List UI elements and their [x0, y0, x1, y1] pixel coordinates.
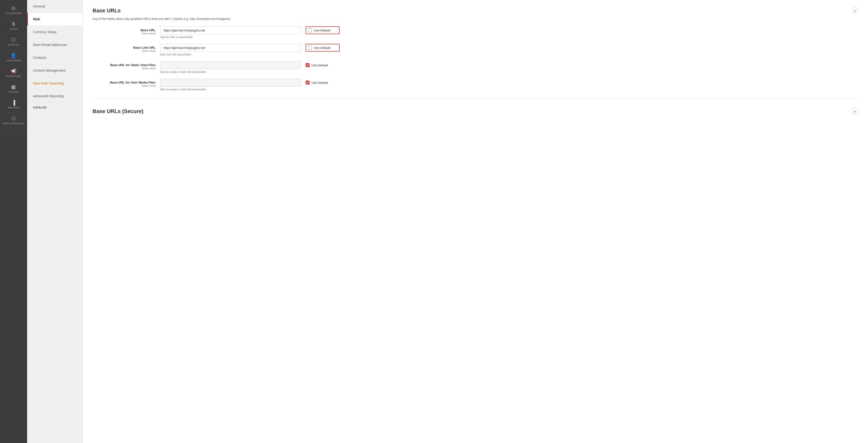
content-icon: ▦ — [11, 85, 16, 89]
base-url-label-group: Base URL [store view] — [93, 26, 155, 35]
media-files-use-default-group: Use Default — [306, 79, 340, 85]
menu-item-advanced-reporting[interactable]: Advanced Reporting — [27, 90, 83, 103]
base-url-hint: Specify URL or placeholder. — [160, 36, 301, 38]
sidebar-item-marketing[interactable]: 📢 MARKETING — [0, 65, 27, 81]
menu-sidebar: General Web Currency Setup Store Email A… — [27, 0, 83, 443]
media-files-use-default-checkbox[interactable] — [306, 81, 310, 85]
media-files-label: Base URL for User Media Files — [93, 81, 155, 84]
sidebar-item-content-label: CONTENT — [7, 91, 20, 93]
media-files-input-group: May be empty or start with placeholder. — [160, 79, 301, 91]
media-files-use-default-label[interactable]: Use Default — [311, 81, 328, 85]
base-url-label: Base URL — [93, 28, 155, 32]
static-files-input-group: May be empty or start with placeholder. — [160, 61, 301, 73]
form-row-media-files: Base URL for User Media Files [store vie… — [93, 79, 858, 91]
static-files-input[interactable] — [160, 61, 301, 69]
base-urls-section-header: Base URLs ∧ — [93, 7, 858, 14]
sidebar-item-customers-label: CUSTOMERS — [6, 59, 22, 62]
menu-item-currency-setup[interactable]: Currency Setup — [27, 26, 83, 38]
base-link-url-use-default-group: Use Default — [306, 44, 340, 52]
sidebar-item-reports-label: REPORTS — [8, 106, 20, 109]
reports-icon: ▐ — [12, 100, 16, 105]
base-link-url-use-default-checkbox[interactable] — [308, 46, 312, 50]
menu-section-catalog: CATALOG — [27, 103, 83, 112]
main-sidebar: ⊙ DASHBOARD $ SALES ⬡ CATALOG 👤 CUSTOMER… — [0, 0, 27, 443]
static-files-label: Base URL for Static View Files — [93, 63, 155, 67]
media-files-sub-label: [store view] — [93, 84, 155, 87]
collapse-button[interactable]: ∧ — [851, 7, 858, 14]
menu-item-store-email[interactable]: Store Email Addresses — [27, 38, 83, 51]
base-link-url-sub-label: [store view] — [93, 50, 155, 52]
media-files-hint: May be empty or start with placeholder. — [160, 88, 301, 91]
dashboard-icon: ⊙ — [11, 6, 16, 11]
static-files-hint: May be empty or start with placeholder. — [160, 70, 301, 73]
sales-icon: $ — [12, 22, 15, 26]
sidebar-item-catalog-label: CATALOG — [8, 43, 19, 46]
menu-item-new-relic[interactable]: New Relic Reporting — [27, 77, 83, 90]
base-url-use-default-group: Use Default — [306, 26, 340, 34]
content-area: Base URLs ∧ Any of the fields allow full… — [83, 0, 868, 443]
media-files-label-group: Base URL for User Media Files [store vie… — [93, 79, 155, 87]
static-files-label-group: Base URL for Static View Files [store vi… — [93, 61, 155, 70]
base-url-input-group: Specify URL or placeholder. — [160, 26, 301, 38]
menu-item-web[interactable]: Web — [27, 13, 83, 26]
static-files-sub-label: [store view] — [93, 67, 155, 70]
sidebar-item-catalog[interactable]: ⬡ CATALOG — [0, 34, 27, 50]
sidebar-item-sales-label: SALES — [9, 28, 18, 30]
menu-item-contacts[interactable]: Contacts — [27, 51, 83, 64]
customers-icon: 👤 — [10, 53, 17, 58]
sidebar-item-fme-label: FME EXTENSIONS — [3, 122, 25, 125]
base-link-url-hint: May start with placeholder. — [160, 53, 301, 56]
sidebar-item-customers[interactable]: 👤 CUSTOMERS — [0, 50, 27, 65]
main-wrapper: General Web Currency Setup Store Email A… — [27, 0, 868, 443]
static-files-use-default-group: Use Default — [306, 61, 340, 67]
base-url-use-default-label[interactable]: Use Default — [314, 29, 330, 32]
base-link-url-input[interactable] — [160, 44, 301, 52]
base-link-url-input-group: May start with placeholder. — [160, 44, 301, 56]
section-title: Base URLs — [93, 7, 121, 14]
static-files-use-default-checkbox[interactable] — [306, 63, 310, 67]
media-files-input[interactable] — [160, 79, 301, 87]
section-divider — [93, 98, 858, 98]
sidebar-item-dashboard-label: DASHBOARD — [6, 12, 21, 14]
menu-item-general[interactable]: General — [27, 0, 83, 13]
sidebar-item-content[interactable]: ▦ CONTENT — [0, 81, 27, 97]
static-files-use-default-label[interactable]: Use Default — [311, 63, 328, 67]
marketing-icon: 📢 — [10, 69, 17, 73]
base-url-use-default-checkbox[interactable] — [308, 28, 312, 32]
base-url-sub-label: [store view] — [93, 32, 155, 35]
catalog-icon: ⬡ — [11, 37, 16, 42]
base-urls-secure-section: Base URLs (Secure) ∨ — [93, 105, 858, 115]
secure-collapse-button[interactable]: ∨ — [851, 108, 858, 115]
form-row-static-files: Base URL for Static View Files [store vi… — [93, 61, 858, 73]
sidebar-item-reports[interactable]: ▐ REPORTS — [0, 97, 27, 113]
fme-icon: ⬡ — [11, 116, 16, 121]
base-link-url-use-default-label[interactable]: Use Default — [314, 46, 330, 50]
form-row-base-link-url: Base Link URL [store view] May start wit… — [93, 44, 858, 56]
section-description: Any of the fields allow fully qualified … — [93, 17, 858, 21]
base-link-url-label: Base Link URL — [93, 46, 155, 50]
menu-item-content-management[interactable]: Content Management — [27, 64, 83, 77]
sidebar-item-sales[interactable]: $ SALES — [0, 18, 27, 34]
sidebar-item-fme[interactable]: ⬡ FME EXTENSIONS — [0, 113, 27, 128]
section2-title: Base URLs (Secure) — [93, 108, 144, 115]
sidebar-item-marketing-label: MARKETING — [6, 75, 21, 77]
base-link-url-label-group: Base Link URL [store view] — [93, 44, 155, 52]
base-url-input[interactable] — [160, 26, 301, 34]
form-row-base-url: Base URL [store view] Specify URL or pla… — [93, 26, 858, 38]
sidebar-item-dashboard[interactable]: ⊙ DASHBOARD — [0, 2, 27, 18]
